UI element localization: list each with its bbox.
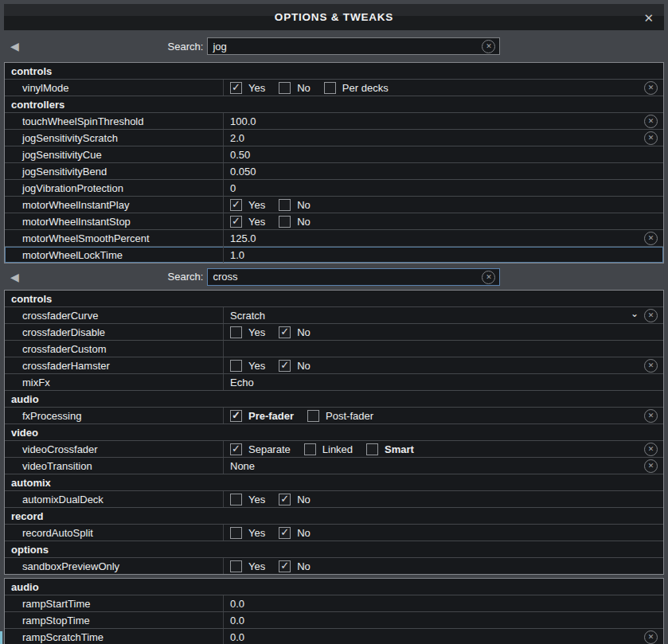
checkbox-unchecked[interactable] xyxy=(304,443,316,455)
checkbox-checked[interactable]: ✓ xyxy=(230,410,242,422)
setting-value[interactable]: 2.0✕ xyxy=(224,130,663,146)
row-controls: ✕ xyxy=(644,443,663,456)
setting-value: ✓YesNo xyxy=(224,197,663,213)
checkbox-unchecked[interactable] xyxy=(324,82,336,94)
close-icon[interactable]: ✕ xyxy=(643,11,654,23)
section-row: automix xyxy=(5,474,663,491)
setting-value[interactable]: 100.0✕ xyxy=(224,113,663,129)
checkbox-checked[interactable]: ✓ xyxy=(230,443,242,455)
clear-search-icon[interactable]: ✕ xyxy=(482,271,495,284)
checkbox-option: ✓No xyxy=(279,494,311,505)
checkbox-option: ✓No xyxy=(279,326,311,338)
search-label: Search: xyxy=(168,41,204,53)
back-arrow-icon[interactable]: ◀ xyxy=(10,41,19,52)
setting-value[interactable]: Echo xyxy=(224,374,663,390)
reset-icon[interactable]: ✕ xyxy=(644,115,658,128)
value-text: 0.050 xyxy=(230,166,256,178)
setting-value[interactable] xyxy=(224,341,663,357)
checkbox-checked[interactable]: ✓ xyxy=(230,82,242,94)
check-icon: ✓ xyxy=(232,443,240,454)
checkbox-checked[interactable]: ✓ xyxy=(230,199,242,211)
setting-label: mixFx xyxy=(5,374,224,390)
checkbox-unchecked[interactable] xyxy=(279,199,291,211)
checkbox-checked[interactable]: ✓ xyxy=(279,326,291,338)
checkbox-option: ✓No xyxy=(279,560,311,572)
setting-value[interactable]: 0 xyxy=(224,180,663,196)
setting-label: motorWheelSmoothPercent xyxy=(5,230,224,246)
reset-icon[interactable]: ✕ xyxy=(644,309,658,322)
option-label: No xyxy=(297,326,311,338)
option-label: Linked xyxy=(322,443,353,455)
option-label: Per decks xyxy=(342,82,389,94)
search-input[interactable] xyxy=(208,38,499,54)
setting-label: jogSensitivityCue xyxy=(5,146,224,162)
setting-label: recordAutoSplit xyxy=(5,525,224,541)
option-label: No xyxy=(297,360,311,372)
setting-value[interactable]: Scratch⌄✕ xyxy=(224,307,663,323)
setting-value[interactable]: 0.050 xyxy=(224,163,663,179)
checkbox-checked[interactable]: ✓ xyxy=(279,494,291,505)
checkbox-unchecked[interactable] xyxy=(230,527,242,539)
checkbox-checked[interactable]: ✓ xyxy=(279,360,291,372)
checkbox-unchecked[interactable] xyxy=(279,82,291,94)
check-icon: ✓ xyxy=(280,560,289,571)
chevron-down-icon[interactable]: ⌄ xyxy=(631,309,639,318)
setting-row: jogVibrationProtection0 xyxy=(5,180,663,197)
setting-row: touchWheelSpinThreshold100.0✕ xyxy=(5,113,663,130)
setting-row: motorWheelSmoothPercent125.0✕ xyxy=(5,230,663,247)
checkbox-checked[interactable]: ✓ xyxy=(279,560,291,572)
row-controls: ✕ xyxy=(644,131,663,145)
setting-value[interactable]: 125.0✕ xyxy=(224,230,663,246)
setting-value[interactable]: None✕ xyxy=(224,458,663,474)
reset-icon[interactable]: ✕ xyxy=(644,459,658,473)
reset-icon[interactable]: ✕ xyxy=(644,131,658,145)
setting-label: vinylMode xyxy=(5,80,224,96)
setting-label: jogVibrationProtection xyxy=(5,180,224,196)
setting-value[interactable]: 0.0 xyxy=(224,612,663,628)
checkbox-option: Per decks xyxy=(324,82,389,94)
reset-icon[interactable]: ✕ xyxy=(644,232,658,245)
setting-row: motorWheelInstantPlay✓YesNo xyxy=(5,197,663,213)
setting-value[interactable]: 1.0 xyxy=(224,247,663,263)
search-input[interactable] xyxy=(208,269,499,285)
reset-icon[interactable]: ✕ xyxy=(644,81,658,95)
checkbox-option: ✓No xyxy=(279,527,311,539)
setting-label: jogSensitivityScratch xyxy=(5,130,224,146)
value-text: 125.0 xyxy=(230,232,256,244)
checkbox-checked[interactable]: ✓ xyxy=(279,527,291,539)
section-label: controls xyxy=(5,63,663,79)
reset-icon[interactable]: ✕ xyxy=(644,443,658,456)
setting-label: rampStopTime xyxy=(5,612,224,628)
checkbox-unchecked[interactable] xyxy=(230,494,242,505)
setting-label: automixDualDeck xyxy=(5,491,224,507)
dialog-body: ◀Search:✕controlsvinylMode✓YesNoPer deck… xyxy=(4,30,664,644)
checkbox-unchecked[interactable] xyxy=(230,326,242,338)
checkbox-unchecked[interactable] xyxy=(366,443,378,455)
settings-panel: controlsvinylMode✓YesNoPer decks✕control… xyxy=(4,62,664,263)
checkbox-checked[interactable]: ✓ xyxy=(230,216,242,228)
section-row: audio xyxy=(5,579,663,595)
checkbox-unchecked[interactable] xyxy=(279,216,291,228)
reset-icon[interactable]: ✕ xyxy=(644,630,658,644)
reset-icon[interactable]: ✕ xyxy=(644,409,658,423)
checkbox-unchecked[interactable] xyxy=(230,560,242,572)
title-bar: OPTIONS & TWEAKS ✕ xyxy=(4,4,664,30)
setting-row: motorWheelInstantStop✓YesNo xyxy=(5,213,663,230)
row-controls: ✕ xyxy=(644,115,663,128)
setting-value[interactable]: 0.0✕ xyxy=(224,629,663,644)
setting-row: crossfaderCurveScratch⌄✕ xyxy=(5,307,663,324)
setting-value[interactable]: 0.50 xyxy=(224,146,663,162)
dialog-title: OPTIONS & TWEAKS xyxy=(275,11,393,23)
check-icon: ✓ xyxy=(280,527,289,537)
setting-value[interactable]: 0.0 xyxy=(224,595,663,611)
reset-icon[interactable]: ✕ xyxy=(644,359,658,373)
back-arrow-icon[interactable]: ◀ xyxy=(10,271,19,283)
checkbox-option: ✓Yes xyxy=(230,216,265,228)
checkbox-unchecked[interactable] xyxy=(307,410,319,422)
option-label: Yes xyxy=(248,494,265,505)
section-label: controls xyxy=(5,291,663,306)
option-label: No xyxy=(297,494,311,505)
checkbox-unchecked[interactable] xyxy=(230,360,242,372)
setting-label: fxProcessing xyxy=(5,408,224,423)
setting-value: Yes✓No✕ xyxy=(224,357,663,373)
